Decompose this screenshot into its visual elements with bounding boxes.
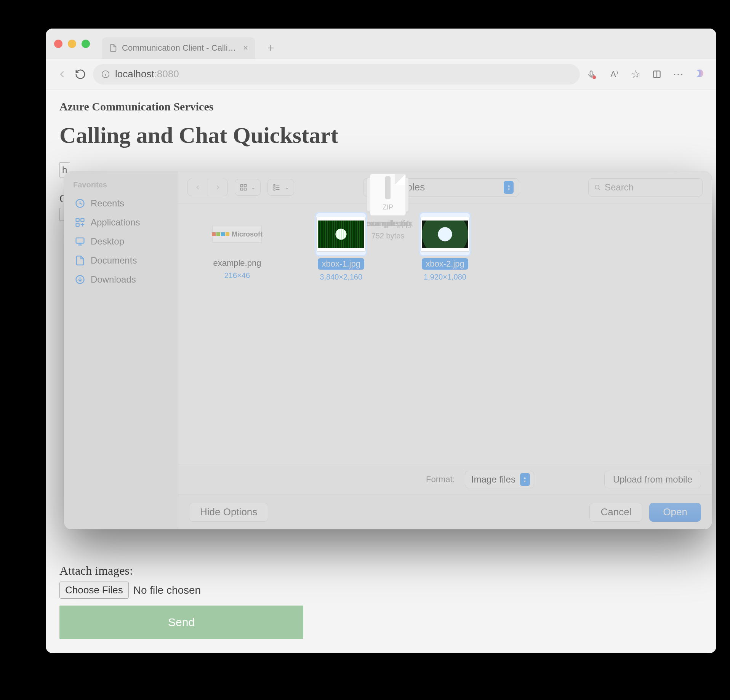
- file-name: example.zip: [365, 219, 410, 229]
- image-preview: [316, 217, 366, 252]
- file-thumb: [316, 213, 366, 255]
- attach-label: Attach images:: [59, 564, 307, 578]
- image-preview: [420, 217, 470, 252]
- file-open-dialog: Favorites Recents Applications Desktop D…: [64, 171, 712, 529]
- choose-files-button[interactable]: Choose Files: [59, 582, 129, 599]
- send-button[interactable]: Send: [59, 606, 303, 639]
- file-status: No file chosen: [133, 584, 201, 596]
- file-meta: 752 bytes: [371, 232, 405, 240]
- file-grid: example.pkg 752 bytes Microsoft example.…: [178, 203, 712, 464]
- zip-file-icon: ZIP: [370, 203, 406, 216]
- file-thumb: ZIP: [363, 203, 413, 216]
- file-thumb: [420, 213, 470, 255]
- attach-section: Attach images: Choose Files No file chos…: [59, 564, 307, 639]
